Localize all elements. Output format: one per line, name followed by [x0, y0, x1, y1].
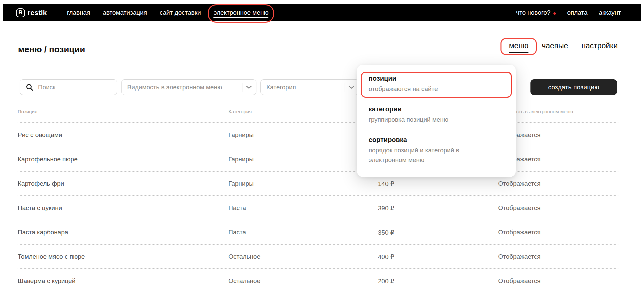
- app: R restik главная автоматизация сайт дост…: [0, 0, 644, 292]
- main-nav: главная автоматизация сайт доставки элек…: [67, 4, 268, 21]
- nav-item[interactable]: электронное меню: [213, 9, 268, 16]
- column-header-category: Категория: [228, 109, 252, 114]
- cell-visibility: Отображается: [498, 229, 540, 236]
- nav-item[interactable]: главная: [67, 9, 90, 16]
- category-filter-label: Категория: [261, 84, 345, 91]
- nav-item-label: главная: [67, 9, 90, 16]
- search-box[interactable]: [20, 79, 117, 95]
- cell-visibility: Отображается: [498, 204, 540, 212]
- table-row[interactable]: Картофельное пюре Гарниры Отображается: [18, 147, 618, 171]
- visibility-filter-select[interactable]: Видимость в электронном меню: [121, 79, 256, 95]
- table-row[interactable]: Томленое мясо с пюре Остальное 400 ₽ Ото…: [18, 244, 618, 268]
- menu-item-subtitle: отображаются на сайте: [369, 84, 480, 94]
- search-icon: [26, 83, 34, 91]
- table-row[interactable]: Рис с овощами Гарниры Отображается: [18, 122, 618, 147]
- table-body: Рис с овощами Гарниры Отображается Карто…: [18, 122, 618, 292]
- cell-position-name: Паста карбонара: [18, 229, 68, 236]
- restik-logo[interactable]: R restik: [16, 4, 47, 21]
- cell-price: 200 ₽: [378, 277, 394, 285]
- chevron-down-icon: [242, 85, 256, 89]
- positions-table: Позиция Категория Видимость в электронно…: [18, 100, 618, 292]
- menu-item-title: категории: [369, 105, 504, 113]
- table-row[interactable]: Картофель фри Гарниры 140 ₽ Отображается: [18, 171, 618, 195]
- cell-position-name: Паста с цукини: [18, 204, 62, 212]
- cell-position-name: Картофельное пюре: [18, 156, 78, 163]
- nav-item-label: электронное меню: [213, 9, 268, 18]
- nav-item-whats-new[interactable]: что нового?: [516, 9, 556, 16]
- cell-position-name: Картофель фри: [18, 180, 64, 187]
- cell-category: Остальное: [228, 253, 260, 260]
- menu-item-subtitle: порядок позиций и категорий в электронно…: [369, 145, 480, 165]
- section-tabs: меню чаевые настройки: [509, 41, 618, 50]
- cell-position-name: Томленое мясо с пюре: [18, 253, 85, 260]
- cell-position-name: Рис с овощами: [18, 131, 62, 139]
- cell-category: Паста: [228, 229, 246, 236]
- cell-category: Гарниры: [228, 180, 254, 187]
- whats-new-label: что нового?: [516, 9, 550, 16]
- nav-item-payment[interactable]: оплата: [567, 9, 587, 16]
- cell-category: Остальное: [228, 277, 260, 285]
- tab[interactable]: меню: [509, 41, 528, 50]
- nav-item-label: автоматизация: [103, 9, 147, 16]
- notification-dot: [553, 12, 556, 15]
- menu-dropdown-panel: позиции отображаются на сайте категории …: [357, 65, 516, 177]
- topbar-right-nav: что нового? оплата аккаунт: [516, 4, 621, 21]
- nav-item[interactable]: сайт доставки: [160, 9, 201, 16]
- filter-row: Видимость в электронном меню Категория с…: [0, 79, 644, 95]
- cell-visibility: Отображается: [498, 253, 540, 260]
- cell-price: 400 ₽: [378, 253, 394, 260]
- tab-label: чаевые: [542, 41, 568, 50]
- cell-price: 390 ₽: [378, 204, 394, 212]
- cell-visibility: Отображается: [498, 180, 540, 187]
- table-row[interactable]: Паста с цукини Паста 390 ₽ Отображается: [18, 195, 618, 220]
- cell-visibility: Отображается: [498, 277, 540, 285]
- cell-category: Паста: [228, 204, 246, 212]
- table-row[interactable]: Паста карбонара Паста 350 ₽ Отображается: [18, 220, 618, 244]
- nav-item-account[interactable]: аккаунт: [599, 9, 621, 16]
- nav-item-label: сайт доставки: [160, 9, 201, 16]
- tab-label: настройки: [581, 41, 618, 50]
- menu-item-subtitle: группировка позиций меню: [369, 115, 480, 124]
- menu-item-title: позиции: [369, 75, 504, 82]
- visibility-filter-label: Видимость в электронном меню: [122, 84, 242, 91]
- topbar: R restik главная автоматизация сайт дост…: [3, 4, 641, 21]
- menu-dropdown-item[interactable]: позиции отображаются на сайте: [361, 72, 512, 98]
- column-header-position: Позиция: [18, 109, 37, 114]
- menu-item-title: сортировка: [369, 136, 504, 144]
- search-input[interactable]: [38, 84, 105, 91]
- logo-text: restik: [28, 9, 47, 17]
- create-position-button[interactable]: создать позицию: [530, 79, 617, 95]
- restik-logo-icon: R: [16, 8, 25, 17]
- cell-price: 140 ₽: [378, 180, 394, 187]
- category-filter-select[interactable]: Категория: [260, 79, 359, 95]
- chevron-down-icon: [345, 85, 359, 89]
- tab[interactable]: настройки: [581, 41, 618, 50]
- tab[interactable]: чаевые: [542, 41, 568, 50]
- tab-label: меню: [509, 41, 528, 53]
- cell-category: Гарниры: [228, 131, 254, 139]
- table-header-row: Позиция Категория Видимость в электронно…: [18, 100, 618, 122]
- nav-item[interactable]: автоматизация: [103, 9, 147, 16]
- page-title: меню / позиции: [18, 44, 85, 55]
- table-row[interactable]: Шаверма с курицей Остальное 200 ₽ Отобра…: [18, 268, 618, 292]
- cell-category: Гарниры: [228, 156, 254, 163]
- menu-dropdown-item[interactable]: категории группировка позиций меню: [361, 102, 512, 128]
- menu-dropdown-item[interactable]: сортировка порядок позиций и категорий в…: [361, 133, 512, 169]
- cell-position-name: Шаверма с курицей: [18, 277, 76, 285]
- cell-price: 350 ₽: [378, 228, 394, 236]
